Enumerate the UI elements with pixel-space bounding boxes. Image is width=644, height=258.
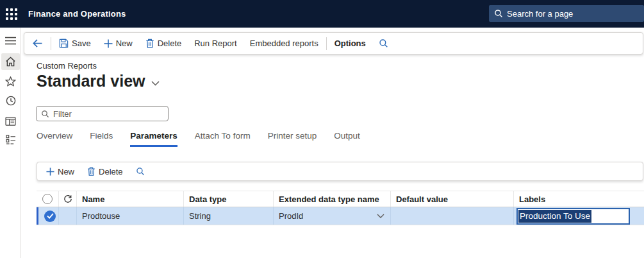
top-navigation-bar: Finance and Operations Search for a page	[0, 0, 644, 28]
refresh-header[interactable]	[59, 191, 77, 207]
app-title: Finance and Operations	[28, 9, 126, 19]
star-icon	[5, 76, 16, 87]
sidebar-item-modules[interactable]	[1, 131, 20, 148]
sidebar-item-menu[interactable]	[1, 32, 20, 49]
column-header-edt-name[interactable]: Extended data type name	[274, 191, 391, 207]
chevron-down-icon	[151, 81, 160, 86]
tab-parameters[interactable]: Parameters	[130, 131, 178, 147]
column-header-default-value[interactable]: Default value	[391, 191, 514, 207]
cell-labels: Production To Use	[514, 207, 644, 225]
new-button[interactable]: New	[97, 33, 139, 54]
edt-name-value: ProdId	[279, 211, 303, 221]
embedded-reports-label: Embedded reports	[250, 39, 318, 48]
grid-delete-button[interactable]: Delete	[81, 162, 129, 180]
search-icon	[136, 167, 145, 176]
grid-search-button[interactable]	[129, 162, 151, 180]
plus-icon	[46, 168, 54, 176]
chevron-down-icon[interactable]	[377, 214, 384, 218]
tab-attach-to-form[interactable]: Attach To form	[195, 131, 251, 147]
cell-default-value[interactable]	[391, 207, 514, 225]
sidebar-item-home[interactable]	[1, 53, 20, 70]
row-select-cell[interactable]	[37, 207, 59, 225]
cell-edt-name[interactable]: ProdId	[274, 207, 391, 225]
run-report-label: Run Report	[194, 39, 236, 48]
tab-printer-setup[interactable]: Printer setup	[268, 131, 317, 147]
column-header-labels[interactable]: Labels	[514, 191, 644, 207]
tab-bar: Overview Fields Parameters Attach To for…	[37, 131, 360, 147]
plus-icon	[104, 39, 113, 48]
app-window: Finance and Operations Search for a page	[0, 0, 644, 258]
run-report-button[interactable]: Run Report	[188, 33, 243, 54]
search-icon	[494, 9, 503, 18]
trash-icon	[87, 167, 95, 176]
sidebar-item-favorites[interactable]	[1, 73, 20, 90]
grid-toolbar: New Delete	[37, 162, 643, 181]
delete-label: Delete	[158, 39, 182, 48]
table-header-row: Name Data type Extended data type name D…	[37, 191, 644, 207]
parameters-grid: Name Data type Extended data type name D…	[37, 191, 644, 225]
select-all-circle-icon	[42, 194, 53, 204]
toolbar-divider	[51, 37, 51, 50]
embedded-reports-button[interactable]: Embedded reports	[244, 33, 325, 54]
cell-name[interactable]: Prodtouse	[77, 207, 184, 225]
trash-icon	[145, 39, 154, 48]
view-selector[interactable]: Standard view	[37, 72, 160, 90]
home-icon	[5, 56, 16, 67]
page-search-placeholder: Search for a page	[507, 9, 573, 19]
toolbar-search-button[interactable]	[372, 33, 395, 54]
filter-input[interactable]	[53, 109, 168, 119]
hamburger-icon	[5, 37, 16, 45]
grid-new-button[interactable]: New	[40, 162, 81, 180]
search-icon	[379, 39, 388, 48]
sidebar-item-workspaces[interactable]	[1, 113, 20, 130]
search-icon	[41, 110, 49, 118]
back-button[interactable]	[28, 33, 49, 54]
save-label: Save	[72, 39, 91, 48]
save-icon	[59, 39, 69, 48]
back-arrow-icon	[32, 39, 43, 48]
options-button[interactable]: Options	[328, 33, 372, 54]
labels-editbox[interactable]: Production To Use	[516, 208, 630, 225]
page-caption: Custom Reports	[37, 61, 97, 71]
action-toolbar: Save New Delete Run Report Embedded repo…	[24, 32, 643, 55]
grid-delete-label: Delete	[99, 167, 123, 176]
tab-output[interactable]: Output	[334, 131, 360, 147]
sidebar-item-recent[interactable]	[1, 92, 20, 109]
column-header-data-type[interactable]: Data type	[184, 191, 274, 207]
labels-selected-text: Production To Use	[518, 210, 591, 223]
grid-new-label: New	[58, 167, 74, 176]
options-label: Options	[334, 39, 366, 48]
filter-box	[36, 106, 169, 121]
delete-button[interactable]: Delete	[139, 33, 188, 54]
new-label: New	[116, 39, 133, 48]
row-refresh-cell	[59, 207, 77, 225]
cell-data-type[interactable]: String	[184, 207, 274, 225]
tab-overview[interactable]: Overview	[37, 131, 72, 147]
toolbar-divider	[326, 37, 327, 50]
refresh-icon	[63, 194, 72, 203]
app-launcher-icon[interactable]	[6, 8, 17, 20]
clock-icon	[6, 96, 16, 106]
table-row[interactable]: Prodtouse String ProdId Production To Us…	[37, 207, 644, 225]
workspace-icon	[5, 117, 16, 126]
page-search[interactable]: Search for a page	[489, 5, 644, 22]
page-title: Standard view	[37, 72, 145, 90]
select-all-header[interactable]	[37, 191, 59, 207]
navigation-sidebar	[0, 28, 21, 258]
column-header-name[interactable]: Name	[77, 191, 184, 207]
save-button[interactable]: Save	[53, 33, 97, 54]
modules-icon	[6, 135, 16, 144]
tab-fields[interactable]: Fields	[90, 131, 113, 147]
checkmark-circle-icon	[44, 211, 56, 222]
